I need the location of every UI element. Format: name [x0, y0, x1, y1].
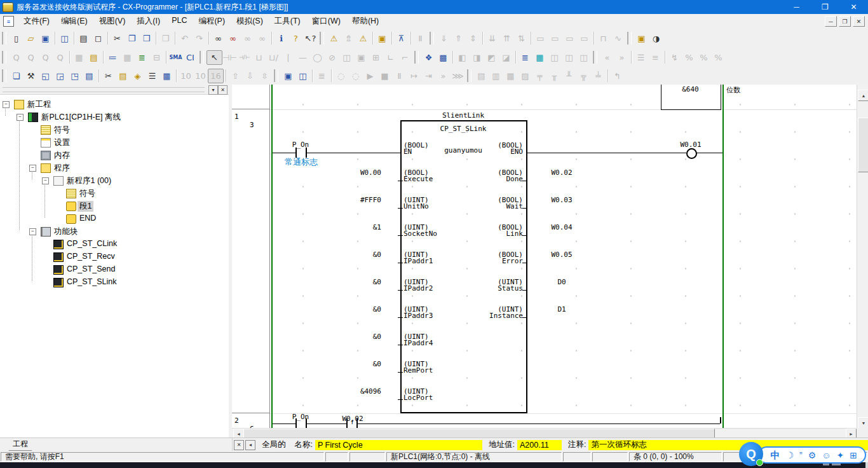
workspace-grip[interactable]: [3, 87, 205, 92]
find-symbol-button[interactable]: ∞: [240, 32, 255, 45]
output-coil[interactable]: [686, 148, 697, 159]
select-tool[interactable]: ↖: [207, 50, 222, 65]
junction-4-button[interactable]: ╦: [576, 69, 591, 83]
tree-item-内存[interactable]: 内存: [0, 149, 229, 161]
new-button[interactable]: ▯: [9, 32, 24, 45]
tree-item-新工程[interactable]: −新工程: [0, 99, 229, 110]
find-button[interactable]: ∞: [211, 32, 226, 45]
close-instruction-tool[interactable]: ▣: [354, 51, 369, 64]
contact-comment[interactable]: 常通标志: [285, 156, 318, 168]
tree-item-新PLC1[CP1H-E] 离线[interactable]: −新PLC1[CP1H-E] 离线: [0, 111, 229, 123]
monitor-all-button[interactable]: ▭: [548, 32, 562, 45]
zoom-fit-button[interactable]: Q: [53, 51, 67, 64]
compact-view-button[interactable]: ≡: [648, 51, 663, 64]
contact-label[interactable]: P_On: [281, 141, 320, 149]
fb-input-operand[interactable]: W0.00: [321, 169, 381, 177]
save-button[interactable]: ▣: [38, 32, 53, 45]
tree-item-程序[interactable]: −程序: [0, 162, 229, 174]
junction-5-button[interactable]: ╧: [591, 69, 606, 83]
rung-manager-button[interactable]: ≣: [135, 51, 149, 64]
tree-item-CP_ST_SLink[interactable]: CP_ST_SLink: [0, 277, 229, 288]
print-button[interactable]: ▤: [76, 32, 91, 45]
symbol-list-button[interactable]: ≔: [105, 51, 120, 64]
tree-item-符号[interactable]: 符号: [0, 124, 229, 135]
tree-item-label[interactable]: 新程序1 (00): [65, 176, 113, 186]
debug-pause-a-button[interactable]: ◌: [334, 69, 348, 83]
compile-all-button[interactable]: ⇯: [341, 32, 356, 45]
junction-1-button[interactable]: ╤: [532, 69, 547, 83]
skin-icon[interactable]: ✦: [837, 451, 844, 460]
rung-margin-cell[interactable]: 26: [232, 413, 270, 428]
close-symbol-bar-button[interactable]: ✕: [234, 440, 244, 450]
tree-item-label[interactable]: 程序: [52, 163, 72, 174]
rung-up-button[interactable]: ⇧: [228, 69, 243, 83]
jump-back-button[interactable]: ↰: [610, 69, 625, 83]
menu-item-8[interactable]: 窗口(W): [306, 15, 346, 28]
undo-button[interactable]: ↶: [177, 32, 192, 45]
contact-label[interactable]: P_On: [281, 413, 320, 421]
cross-reference-button[interactable]: ◲: [53, 69, 67, 83]
menu-item-2[interactable]: 视图(V): [93, 15, 132, 28]
tree-item-label[interactable]: 功能块: [52, 226, 80, 237]
next-reference-button[interactable]: ◨: [470, 51, 484, 64]
build-button[interactable]: ⚒: [24, 69, 38, 83]
reference-up-button[interactable]: ◩: [484, 51, 499, 64]
transfer-check-button[interactable]: ▣: [375, 32, 390, 45]
about-button[interactable]: ℹ: [274, 32, 288, 45]
properties-button[interactable]: ▤: [82, 69, 97, 83]
cut-button[interactable]: ✂: [110, 32, 125, 45]
browse-layers-button[interactable]: ❖: [421, 51, 436, 64]
rung-properties-button[interactable]: ☰: [145, 69, 159, 83]
reference-down-button[interactable]: ◪: [499, 51, 513, 64]
fb-input-operand[interactable]: &4096: [321, 387, 381, 396]
prev-symbol-button[interactable]: ◂: [245, 440, 255, 450]
debug-pause-b-button[interactable]: ◌: [348, 69, 363, 83]
fb-call-tool[interactable]: ⊞: [369, 51, 383, 64]
menu-item-9[interactable]: 帮助(H): [346, 15, 384, 28]
tree-item-CP_ST_CLink[interactable]: CP_ST_CLink: [0, 238, 229, 250]
monitor-clock-button[interactable]: ▭: [577, 32, 592, 45]
tree-item-label[interactable]: CP_ST_Recv: [65, 252, 117, 261]
monitor-hex-button[interactable]: ▭: [562, 32, 577, 45]
fb-output-operand[interactable]: W0.02: [536, 169, 587, 177]
fb-input-operand[interactable]: &0: [321, 251, 381, 259]
menu-item-1[interactable]: 编辑(E): [55, 15, 93, 28]
show-mnemonics-button[interactable]: SMA: [168, 51, 183, 64]
open-button[interactable]: ▱: [24, 32, 38, 45]
menu-item-0[interactable]: 文件(F): [18, 15, 55, 28]
print-preview-button[interactable]: ◻: [91, 32, 105, 45]
fb-output-operand[interactable]: W0.03: [536, 196, 587, 204]
tree-item-END[interactable]: END: [0, 213, 229, 224]
window-c-button[interactable]: ◫: [576, 51, 591, 64]
redo-button[interactable]: ↷: [192, 32, 207, 45]
pause-monitor-button[interactable]: Ⅱ: [413, 32, 428, 45]
fb-input-operand[interactable]: &0: [321, 333, 381, 341]
or-contact-nc-tool[interactable]: ⊔/: [266, 51, 281, 64]
sim-stop-button[interactable]: ■: [377, 69, 392, 83]
show-comments-button[interactable]: CI: [183, 51, 198, 64]
tree-item-label[interactable]: 设置: [52, 137, 72, 148]
online-edit-button[interactable]: ⊼: [394, 32, 409, 45]
vscroll-thumb[interactable]: [858, 118, 868, 172]
hex-button[interactable]: 16: [208, 69, 224, 83]
tree-item-label[interactable]: 段1: [78, 201, 93, 212]
context-help-button[interactable]: ↖?: [303, 32, 318, 45]
zoom-in-button[interactable]: Q: [24, 51, 38, 64]
step-run-button[interactable]: ↦: [407, 69, 421, 83]
tree-expander[interactable]: −: [17, 114, 24, 121]
force-off-button[interactable]: %: [682, 51, 696, 64]
tree-item-符号[interactable]: 符号: [0, 188, 229, 199]
replace-button[interactable]: ∞: [226, 32, 240, 45]
search-file-button[interactable]: ◫: [57, 32, 72, 45]
signed-decimal-button[interactable]: 10: [193, 69, 208, 83]
panel-grid-icon[interactable]: ⊞: [850, 451, 857, 460]
contact-nc-tool[interactable]: ⊣/⊢: [237, 51, 252, 64]
fb-output-operand[interactable]: W0.04: [536, 223, 587, 231]
paste-button[interactable]: ❒: [139, 32, 154, 45]
force-cancel-button[interactable]: %: [696, 51, 711, 64]
restore-button[interactable]: ❐: [811, 0, 839, 14]
find-address-button[interactable]: ∞: [255, 32, 269, 45]
fb-input-operand[interactable]: &1: [321, 223, 381, 231]
close-panel-button[interactable]: ✕: [218, 85, 227, 95]
section-list-button[interactable]: ◈: [130, 69, 145, 83]
